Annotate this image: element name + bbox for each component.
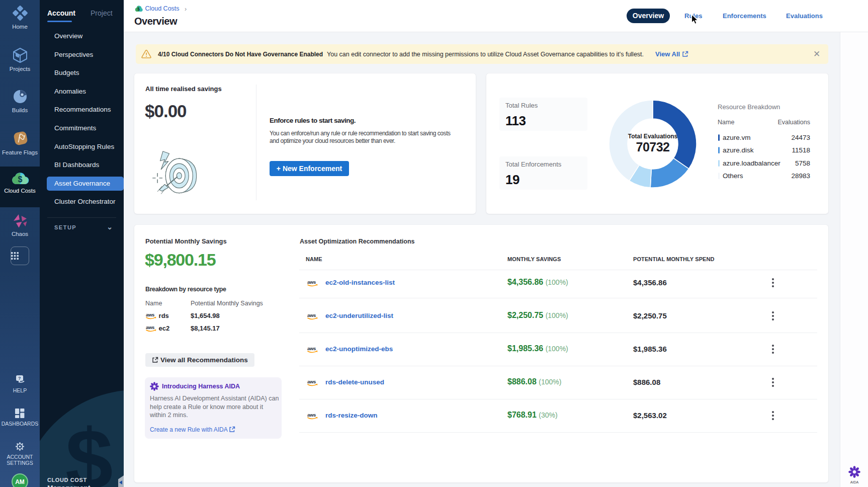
svg-text:aws: aws: [307, 379, 316, 384]
svg-text:aws: aws: [307, 279, 316, 285]
svg-text:aws: aws: [146, 312, 154, 317]
svg-text:aws: aws: [146, 324, 154, 330]
svg-text:?: ?: [18, 376, 21, 381]
svg-text:$: $: [18, 175, 22, 184]
svg-text:$: $: [137, 7, 140, 12]
svg-text:aws: aws: [307, 412, 316, 418]
svg-text:aws: aws: [307, 312, 316, 318]
svg-text:aws: aws: [307, 346, 316, 351]
